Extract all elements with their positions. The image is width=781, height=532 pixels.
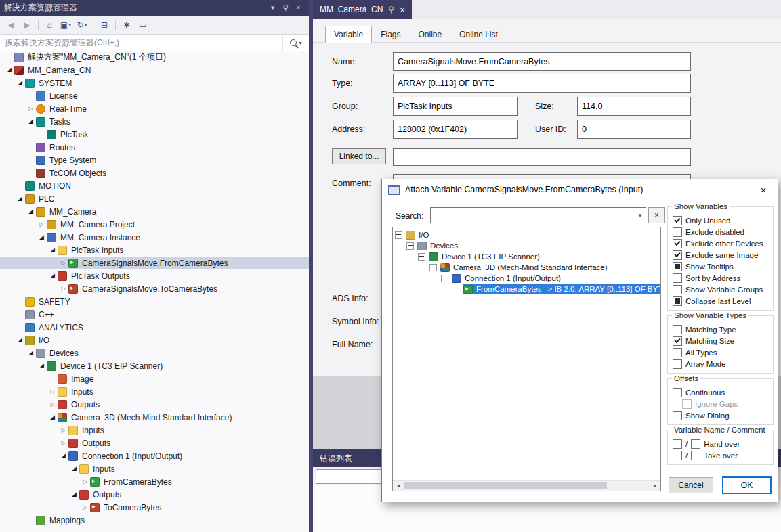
tree-item-type-system[interactable]: Type System (0, 154, 309, 167)
collapse-arrow-icon[interactable]: ◢ (4, 67, 14, 73)
checkbox-show-dialog[interactable] (673, 411, 682, 420)
close-panel-icon[interactable]: × (292, 3, 305, 12)
pin-panel-icon[interactable]: ⚲ (279, 3, 292, 12)
tree-item-inputs[interactable]: ▷Inputs (0, 385, 309, 398)
expand-arrow-icon[interactable]: ▷ (47, 402, 58, 407)
chevron-down-icon[interactable]: ▾ (635, 212, 646, 219)
tree-item-mm-camera-instance[interactable]: ◢MM_Camera Instance (0, 231, 309, 244)
dialog-tree-item-devices[interactable]: Devices (393, 240, 660, 251)
switch-views-button[interactable]: ▣▾ (58, 18, 74, 32)
close-icon[interactable]: × (400, 5, 405, 15)
dialog-tree-item-i-o[interactable]: I/O (393, 229, 660, 240)
collapse-arrow-icon[interactable]: ◢ (58, 453, 68, 459)
dialog-search-combobox[interactable]: ▾ (430, 207, 646, 223)
collapse-box-icon[interactable] (418, 253, 425, 261)
checkbox-exclude-disabled[interactable] (673, 227, 682, 237)
linked-to-field[interactable] (393, 148, 691, 166)
checkbox-take-over[interactable] (673, 451, 682, 460)
scroll-right-icon[interactable]: ▸ (650, 481, 660, 491)
cancel-button[interactable]: Cancel (669, 477, 713, 493)
expand-arrow-icon[interactable]: ▷ (58, 428, 68, 433)
dialog-tree-item-fromcamerabytes[interactable]: FromCameraBytes> IB 2.0, ARRAY [0..113] … (393, 284, 660, 294)
tree-item-device-1-tc3-eip-scanner[interactable]: ◢Device 1 (TC3 EIP Scanner) (0, 359, 309, 372)
name-field[interactable] (393, 52, 691, 71)
checkbox-take-over[interactable] (691, 451, 700, 460)
expand-arrow-icon[interactable]: ▷ (26, 106, 36, 112)
checkbox-hand-over[interactable] (673, 439, 682, 449)
collapse-arrow-icon[interactable]: ◢ (15, 337, 25, 343)
collapse-arrow-icon[interactable]: ◢ (69, 466, 79, 472)
document-tab[interactable]: MM_Camera_CN ⚲ × (313, 0, 412, 19)
tab-online[interactable]: Online (409, 26, 450, 43)
collapse-arrow-icon[interactable]: ◢ (47, 273, 58, 279)
tree-item-inputs[interactable]: ◢Inputs (0, 462, 309, 475)
collapse-box-icon[interactable] (441, 275, 448, 282)
tree-item-license[interactable]: License (0, 89, 309, 102)
clear-search-button[interactable]: × (648, 207, 665, 223)
expand-arrow-icon[interactable]: ▷ (80, 505, 90, 510)
checkbox-matching-type[interactable] (673, 325, 682, 334)
collapse-arrow-icon[interactable]: ◢ (26, 208, 36, 215)
tab-flags[interactable]: Flags (372, 26, 409, 43)
sync-with-active-document-button[interactable]: ↻▾ (74, 18, 90, 32)
pin-icon[interactable]: ⚲ (388, 5, 394, 14)
collapse-box-icon[interactable] (395, 231, 402, 239)
dialog-titlebar[interactable]: Attach Variable CameraSignalsMove.FromCa… (382, 179, 778, 200)
tree-item-real-time[interactable]: ▷Real-Time (0, 102, 309, 115)
tab-online-list[interactable]: Online List (450, 26, 507, 43)
tree-item-image[interactable]: Image (0, 372, 309, 385)
collapse-box-icon[interactable] (429, 264, 437, 271)
collapse-arrow-icon[interactable]: ◢ (37, 363, 47, 369)
properties-button[interactable]: ✱ (119, 18, 135, 32)
expand-arrow-icon[interactable]: ▷ (37, 222, 47, 227)
dialog-tree-item-device-1-tc3-eip-scanner[interactable]: Device 1 (TC3 EIP Scanner) (393, 251, 660, 262)
tree-item-camera-3d-mech-mind-standard-interface[interactable]: ◢Camera_3D (Mech-Mind Standard Interface… (0, 411, 309, 424)
expand-arrow-icon[interactable]: ▷ (47, 389, 58, 395)
collapse-arrow-icon[interactable]: ◢ (69, 491, 79, 497)
tree-item-camerasignalsmove-tocamerabytes[interactable]: ▷CameraSignalsMove.ToCameraBytes (0, 282, 309, 295)
tree-item-c[interactable]: C++ (0, 308, 309, 321)
error-filter-dropdown[interactable] (316, 469, 381, 484)
checkbox-ignore-gaps[interactable] (682, 399, 692, 409)
tree-item-tocamerabytes[interactable]: ▷ToCameraBytes (0, 501, 309, 514)
collapse-arrow-icon[interactable]: ◢ (37, 234, 47, 240)
tab-variable[interactable]: Variable (325, 26, 372, 43)
tree-item-system[interactable]: ◢SYSTEM (0, 76, 309, 89)
search-options-button[interactable]: ▾ (282, 35, 309, 51)
type-field[interactable] (393, 74, 691, 93)
tree-item-motion[interactable]: MOTION (0, 179, 309, 192)
tree-item-fromcamerabytes[interactable]: ▷FromCameraBytes (0, 475, 309, 488)
tree-item-tasks[interactable]: ◢Tasks (0, 115, 309, 128)
preview-selected-items-button[interactable]: ▭ (135, 18, 151, 32)
tree-item-mm-camera-cn[interactable]: ◢MM_Camera_CN (0, 64, 309, 76)
expand-arrow-icon[interactable]: ▷ (58, 286, 68, 292)
tree-item-i-o[interactable]: ◢I/O (0, 334, 309, 347)
horizontal-scrollbar[interactable]: ◂ ▸ (393, 480, 660, 491)
tree-item-outputs[interactable]: ◢Outputs (0, 488, 309, 501)
nav-back-button[interactable]: ◀ (3, 18, 19, 32)
address-field[interactable] (393, 120, 518, 139)
scroll-left-icon[interactable]: ◂ (393, 481, 404, 491)
expand-arrow-icon[interactable]: ▷ (80, 479, 90, 485)
ok-button[interactable]: OK (723, 477, 771, 493)
tree-item-camerasignalsmove-fromcamerabytes[interactable]: ▷CameraSignalsMove.FromCameraBytes (0, 257, 309, 269)
checkbox-continuous[interactable] (673, 388, 682, 397)
tree-item-safety[interactable]: SAFETY (0, 295, 309, 308)
tree-item-inputs[interactable]: ▷Inputs (0, 424, 309, 437)
tree-item-routes[interactable]: Routes (0, 141, 309, 154)
checkbox-show-variable-groups[interactable] (673, 285, 682, 294)
tree-item-mappings[interactable]: Mappings (0, 514, 309, 527)
dialog-tree-item-connection-1-input-output[interactable]: Connection 1 (Input/Output) (393, 273, 660, 284)
tree-item-devices[interactable]: ◢Devices (0, 347, 309, 359)
collapse-arrow-icon[interactable]: ◢ (15, 196, 25, 202)
dialog-tree-item-camera-3d-mech-mind-standard-interface[interactable]: Camera_3D (Mech-Mind Standard Interface) (393, 262, 660, 273)
user-id-field[interactable] (577, 120, 691, 139)
checkbox-show-tooltips[interactable] (673, 262, 682, 271)
checkbox-only-unused[interactable] (673, 216, 682, 225)
tree-item-connection-1-input-output[interactable]: ◢Connection 1 (Input/Output) (0, 449, 309, 462)
expand-arrow-icon[interactable]: ▷ (58, 441, 68, 446)
tree-item-plctask-outputs[interactable]: ◢PlcTask Outputs (0, 269, 309, 282)
checkbox-exclude-other-devices[interactable] (673, 239, 682, 248)
collapse-arrow-icon[interactable]: ◢ (15, 80, 25, 86)
collapse-arrow-icon[interactable]: ◢ (47, 247, 58, 253)
